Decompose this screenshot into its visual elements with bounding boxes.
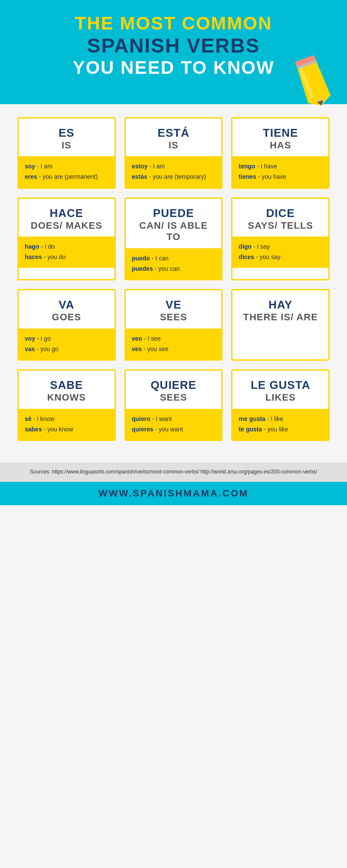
card-spanish-esta: ESTÁ xyxy=(131,126,216,140)
card-top-va: VAGOES xyxy=(19,290,115,328)
card-english-hace: DOES/ MAKES xyxy=(24,220,109,231)
card-esta: ESTÁISestoy - I amestás - you are (tempo… xyxy=(124,117,223,189)
sp-word: quiero xyxy=(132,415,151,422)
card-spanish-ve: VE xyxy=(131,298,216,312)
card-spanish-es: ES xyxy=(24,126,109,140)
card-le-gusta: LE GUSTALIKESme gusta - I likete gusta -… xyxy=(231,369,330,441)
main-content: ESISsoy - I ameres - you are (permanent)… xyxy=(0,104,347,463)
card-item-le-gusta: me gusta - I like xyxy=(239,414,322,424)
card-item-es: soy - I am xyxy=(25,161,108,172)
card-bottom-esta: estoy - I amestás - you are (temporary) xyxy=(126,156,222,187)
sources-text: Sources: https://www.linguasorb.com/span… xyxy=(30,469,317,475)
card-top-hace: HACEDOES/ MAKES xyxy=(19,199,115,237)
sp-word: eres xyxy=(25,173,37,180)
card-bottom-quiere: quiero - I wantquieres - you want xyxy=(126,409,222,440)
card-english-quiere: SEES xyxy=(131,392,216,403)
card-item-va: voy - I go xyxy=(25,334,108,344)
card-quiere: QUIERESEESquiero - I wantquieres - you w… xyxy=(124,369,223,441)
card-item-dice: digo - I say xyxy=(239,242,322,252)
card-top-dice: DICESAYS/ TELLS xyxy=(232,199,328,237)
card-top-puede: PUEDECAN/ IS ABLE TO xyxy=(126,199,222,248)
card-item-le-gusta: te gusta - you like xyxy=(239,424,322,435)
card-hay: HAYTHERE IS/ ARE xyxy=(231,289,330,361)
card-item-quiere: quiero - I want xyxy=(132,414,216,424)
card-bottom-sabe: sé - I knowsabes - you know xyxy=(19,409,115,440)
card-item-puede: puedes - you can xyxy=(132,264,216,274)
card-va: VAGOESvoy - I govas - you go xyxy=(17,289,116,361)
sp-word: me gusta xyxy=(239,415,265,422)
header-line2: SPANISH VERBS xyxy=(9,34,338,57)
card-bottom-dice: digo - I saydices - you say xyxy=(232,237,328,268)
header-line3: YOU NEED TO KNOW xyxy=(9,57,338,78)
card-english-va: GOES xyxy=(24,312,109,323)
card-item-ve: ves - you see xyxy=(132,344,216,355)
card-english-dice: SAYS/ TELLS xyxy=(238,220,323,231)
card-item-hace: hago - I do xyxy=(25,242,108,252)
card-puede: PUEDECAN/ IS ABLE TOpuedo - I canpuedes … xyxy=(124,197,223,280)
sp-word: sé xyxy=(25,415,32,422)
sp-word: tienes xyxy=(239,173,256,180)
card-item-tiene: tienes - you have xyxy=(239,172,322,182)
sp-word: puedes xyxy=(132,265,153,272)
card-bottom-hace: hago - I dohaces - you do xyxy=(19,237,115,268)
card-english-puede: CAN/ IS ABLE TO xyxy=(131,220,216,243)
card-english-ve: SEES xyxy=(131,312,216,323)
card-bottom-es: soy - I ameres - you are (permanent) xyxy=(19,156,115,187)
card-english-hay: THERE IS/ ARE xyxy=(238,312,323,323)
card-hace: HACEDOES/ MAKEShago - I dohaces - you do xyxy=(17,197,116,280)
card-bottom-va: voy - I govas - you go xyxy=(19,329,115,360)
sp-word: sabes xyxy=(25,426,42,433)
card-spanish-va: VA xyxy=(24,298,109,312)
card-spanish-quiere: QUIERE xyxy=(131,378,216,392)
card-dice: DICESAYS/ TELLSdigo - I saydices - you s… xyxy=(231,197,330,280)
sp-word: vas xyxy=(25,345,35,352)
card-top-le-gusta: LE GUSTALIKES xyxy=(232,371,328,408)
card-bottom-le-gusta: me gusta - I likete gusta - you like xyxy=(232,409,328,440)
card-spanish-hace: HACE xyxy=(24,207,109,220)
sp-word: soy xyxy=(25,163,35,170)
card-spanish-le-gusta: LE GUSTA xyxy=(238,378,323,392)
header-line1: THE MOST COMMON xyxy=(9,13,338,34)
card-bottom-puede: puedo - I canpuedes - you can xyxy=(126,248,222,279)
card-item-esta: estoy - I am xyxy=(132,161,216,172)
card-spanish-tiene: TIENE xyxy=(238,126,323,140)
footer-sources: Sources: https://www.linguasorb.com/span… xyxy=(0,463,347,481)
footer-website: WWW.SPANISHMAMA.COM xyxy=(0,482,347,505)
card-spanish-dice: DICE xyxy=(238,207,323,220)
sp-word: voy xyxy=(25,335,35,342)
sp-word: te gusta xyxy=(239,426,262,433)
sp-word: quieres xyxy=(132,426,154,433)
sp-word: tengo xyxy=(239,163,255,170)
card-tiene: TIENEHAStengo - I havetienes - you have xyxy=(231,117,330,189)
sp-word: hago xyxy=(25,243,39,250)
card-english-le-gusta: LIKES xyxy=(238,392,323,403)
card-top-hay: HAYTHERE IS/ ARE xyxy=(232,290,328,328)
card-item-es: eres - you are (permanent) xyxy=(25,172,108,182)
card-item-ve: veo - I see xyxy=(132,334,216,344)
card-top-ve: VESEES xyxy=(126,290,222,328)
header-section: THE MOST COMMON SPANISH VERBS YOU NEED T… xyxy=(0,0,347,104)
sp-word: dices xyxy=(239,253,254,260)
card-english-esta: IS xyxy=(131,140,216,151)
card-item-dice: dices - you say xyxy=(239,252,322,263)
card-sabe: SABEKNOWSsé - I knowsabes - you know xyxy=(17,369,116,441)
card-top-tiene: TIENEHAS xyxy=(232,118,328,156)
card-spanish-hay: HAY xyxy=(238,298,323,312)
card-bottom-tiene: tengo - I havetienes - you have xyxy=(232,156,328,187)
website-text: WWW.SPANISHMAMA.COM xyxy=(98,488,249,499)
card-bottom-ve: veo - I seeves - you see xyxy=(126,329,222,360)
card-top-es: ESIS xyxy=(19,118,115,156)
sp-word: estoy xyxy=(132,163,148,170)
sp-word: digo xyxy=(239,243,252,250)
card-english-es: IS xyxy=(24,140,109,151)
sp-word: estás xyxy=(132,173,147,180)
sp-word: ves xyxy=(132,345,142,352)
card-item-esta: estás - you are (temporary) xyxy=(132,172,216,182)
sp-word: puedo xyxy=(132,255,150,262)
card-top-esta: ESTÁIS xyxy=(126,118,222,156)
card-spanish-sabe: SABE xyxy=(24,378,109,392)
card-item-sabe: sé - I know xyxy=(25,414,108,424)
sp-word: veo xyxy=(132,335,142,342)
card-english-sabe: KNOWS xyxy=(24,392,109,403)
card-es: ESISsoy - I ameres - you are (permanent) xyxy=(17,117,116,189)
